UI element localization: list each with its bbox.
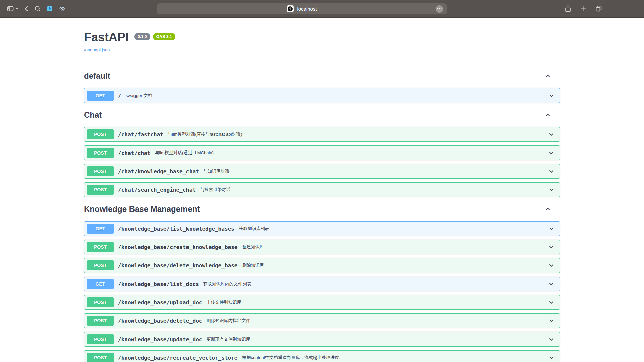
endpoint-row[interactable]: POST /chat/fastchat 与llm模型对话(直接与fastchat… <box>84 127 560 142</box>
chevron-down-icon <box>548 299 555 306</box>
search-icon <box>34 5 41 12</box>
title-badges: 0.1.0 OAS 3.1 <box>134 33 175 40</box>
endpoint-path: /knowledge_base/list_docs <box>118 281 199 287</box>
oas-badge: OAS 3.1 <box>153 33 175 40</box>
extension-button-2[interactable] <box>56 3 68 14</box>
chevron-down-icon <box>548 186 555 193</box>
endpoint-summary: 更新现有文件到知识库 <box>206 336 250 342</box>
endpoint-row[interactable]: POST /knowledge_base/create_knowledge_ba… <box>84 240 560 254</box>
ellipsis-icon <box>437 8 438 9</box>
section-title: default <box>84 71 110 81</box>
page-body: FastAPI 0.1.0 OAS 3.1 /openapi.json defa… <box>0 18 644 362</box>
endpoint-row[interactable]: POST /knowledge_base/delete_doc 删除知识库内指定… <box>84 313 560 328</box>
api-tag-section: Chat POST /chat/fastchat 与llm模型对话(直接与fas… <box>84 110 560 197</box>
method-badge: POST <box>87 334 114 344</box>
expand-endpoint-button[interactable] <box>548 243 555 251</box>
endpoint-row[interactable]: POST /knowledge_base/upload_doc 上传文件到知识库 <box>84 295 560 310</box>
endpoint-summary: 删除知识库内指定文件 <box>206 318 250 324</box>
endpoint-row[interactable]: POST /chat/search_engine_chat 与搜索引擎对话 <box>84 182 560 197</box>
expand-endpoint-button[interactable] <box>548 149 555 157</box>
chevron-down-icon <box>548 336 555 343</box>
collapse-section-icon[interactable] <box>544 205 551 213</box>
endpoint-path: /chat/knowledge_base_chat <box>118 168 199 175</box>
method-badge: POST <box>87 185 114 195</box>
endpoint-row[interactable]: POST /knowledge_base/recreate_vector_sto… <box>84 350 560 362</box>
expand-endpoint-button[interactable] <box>548 131 555 138</box>
expand-endpoint-button[interactable] <box>548 186 555 193</box>
api-tag-section: Knowledge Base Management GET /knowledge… <box>84 204 560 362</box>
page-settings-button[interactable] <box>436 5 443 13</box>
expand-endpoint-button[interactable] <box>548 299 555 306</box>
endpoint-summary: 获取知识库内的文件列表 <box>203 281 251 287</box>
expand-endpoint-button[interactable] <box>548 262 555 269</box>
chevron-down-icon <box>15 7 19 10</box>
expand-endpoint-button[interactable] <box>548 280 555 288</box>
section-operations: GET / swagger 文档 <box>84 85 560 103</box>
sidebar-toggle-icon <box>7 5 14 12</box>
chevron-down-icon <box>548 317 555 324</box>
share-button[interactable] <box>562 3 574 14</box>
chevron-down-icon <box>548 92 555 99</box>
search-button[interactable] <box>32 3 44 14</box>
section-header[interactable]: Chat <box>84 110 560 124</box>
expand-endpoint-button[interactable] <box>548 92 555 99</box>
browser-toolbar: localhost <box>0 0 644 18</box>
endpoint-path: /chat/search_engine_chat <box>118 187 196 193</box>
endpoint-row[interactable]: GET / swagger 文档 <box>84 88 560 103</box>
method-badge: POST <box>87 297 114 307</box>
endpoint-path: /chat/fastchat <box>118 131 163 138</box>
api-info: FastAPI 0.1.0 OAS 3.1 /openapi.json <box>84 18 560 53</box>
new-tab-icon <box>580 6 586 12</box>
expand-endpoint-button[interactable] <box>548 168 555 175</box>
endpoint-row[interactable]: POST /knowledge_base/delete_knowledge_ba… <box>84 258 560 273</box>
chevron-down-icon <box>548 131 555 138</box>
chevron-down-icon <box>548 243 555 251</box>
chevron-down-icon <box>548 225 555 232</box>
sidebar-toggle-button[interactable] <box>4 3 21 14</box>
collapse-section-icon[interactable] <box>544 111 551 119</box>
endpoint-path: /knowledge_base/list_knowledge_bases <box>118 226 234 232</box>
expand-endpoint-button[interactable] <box>548 317 555 324</box>
back-button[interactable] <box>21 3 32 14</box>
endpoint-path: / <box>118 93 121 99</box>
chevron-down-icon <box>548 280 555 288</box>
method-badge: POST <box>87 260 114 270</box>
method-badge: POST <box>87 353 114 362</box>
version-badge: 0.1.0 <box>134 33 150 40</box>
swagger-wrapper: FastAPI 0.1.0 OAS 3.1 /openapi.json defa… <box>84 18 560 362</box>
api-tag-section: default GET / swagger 文档 <box>84 71 560 103</box>
method-badge: POST <box>87 129 114 139</box>
section-header[interactable]: Knowledge Base Management <box>84 204 560 218</box>
endpoint-row[interactable]: GET /knowledge_base/list_knowledge_bases… <box>84 221 560 236</box>
endpoint-path: /knowledge_base/create_knowledge_base <box>118 244 237 250</box>
section-title: Knowledge Base Management <box>84 204 200 214</box>
endpoint-row[interactable]: POST /chat/chat 与llm模型对话(通过LLMChain) <box>84 145 560 160</box>
api-title-text: FastAPI <box>84 30 129 44</box>
new-tab-button[interactable] <box>577 3 589 14</box>
page-title: FastAPI 0.1.0 OAS 3.1 <box>84 30 560 44</box>
extension-button-1[interactable] <box>44 3 56 14</box>
expand-endpoint-button[interactable] <box>548 336 555 343</box>
endpoint-row[interactable]: POST /knowledge_base/update_doc 更新现有文件到知… <box>84 332 560 347</box>
endpoint-path: /chat/chat <box>118 150 150 156</box>
openapi-spec-link[interactable]: /openapi.json <box>84 47 110 52</box>
endpoint-summary: 与llm模型对话(通过LLMChain) <box>155 150 214 156</box>
address-content: localhost <box>287 5 317 12</box>
chevron-down-icon <box>548 168 555 175</box>
section-header[interactable]: default <box>84 71 560 85</box>
endpoint-row[interactable]: GET /knowledge_base/list_docs 获取知识库内的文件列… <box>84 277 560 291</box>
endpoint-summary: 与知识库对话 <box>203 168 229 174</box>
extension-bookmark-icon <box>46 5 53 12</box>
endpoint-summary: swagger 文档 <box>126 93 152 99</box>
address-bar[interactable]: localhost <box>157 3 447 14</box>
endpoint-row[interactable]: POST /chat/knowledge_base_chat 与知识库对话 <box>84 164 560 179</box>
endpoint-summary: 创建知识库 <box>242 244 264 250</box>
expand-endpoint-button[interactable] <box>548 354 555 361</box>
extension-radar-icon <box>58 5 66 12</box>
address-url: localhost <box>297 6 317 12</box>
collapse-section-icon[interactable] <box>544 72 551 80</box>
expand-endpoint-button[interactable] <box>548 225 555 232</box>
tab-overview-button[interactable] <box>592 3 605 14</box>
endpoint-summary: 根据content中文档重建向量库，流式输出处理进度。 <box>242 355 343 361</box>
back-icon <box>24 6 29 12</box>
